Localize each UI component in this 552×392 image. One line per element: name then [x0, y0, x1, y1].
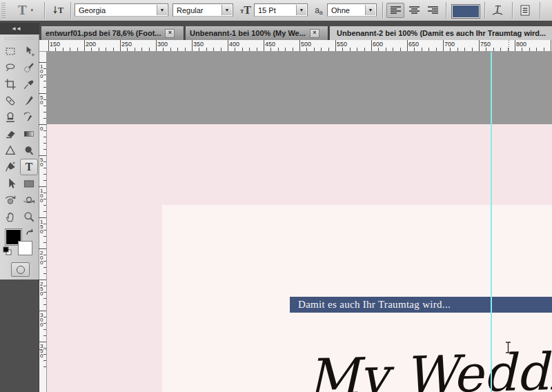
anti-alias-value: Ohne	[331, 6, 350, 14]
rectangle-shape-tool[interactable]	[20, 175, 38, 192]
eraser-tool[interactable]	[1, 126, 19, 142]
hand-tool[interactable]	[1, 208, 19, 225]
photoshop-window: T ▾ T Georgia ▼ Regular ▼ т T 15 Pt ▼	[0, 0, 552, 392]
font-style-select[interactable]: Regular ▼	[172, 3, 233, 17]
ruler-tick	[43, 255, 46, 255]
anti-alias-select[interactable]: Ohne ▼	[327, 3, 377, 17]
type-icon: T	[22, 160, 36, 174]
align-center-button[interactable]	[405, 3, 423, 18]
canvas-viewport[interactable]: Damit es auch Ihr Traumtag wird... My We…	[47, 52, 552, 392]
options-bar-grip[interactable]	[1, 3, 6, 18]
zoom-tool[interactable]	[20, 208, 38, 225]
document-tab-2[interactable]: Unbenannt-1 bei 100% (My We... ×	[186, 26, 328, 40]
close-tab-icon[interactable]: ×	[165, 29, 175, 38]
tools-panel: T	[0, 35, 39, 280]
svg-text:T: T	[26, 161, 33, 173]
history-brush-tool[interactable]	[20, 109, 38, 126]
quick-selection-icon	[22, 61, 36, 75]
close-tab-icon[interactable]: ×	[310, 29, 319, 38]
text-orientation-button[interactable]: T	[50, 2, 68, 19]
ruler-tick	[43, 143, 46, 144]
dropdown-arrow-icon[interactable]: ▼	[221, 5, 232, 15]
guide-line[interactable]	[491, 52, 492, 392]
lasso-tool[interactable]	[1, 59, 19, 76]
healing-brush-tool[interactable]	[1, 92, 19, 109]
ruler-label: 1 0 0	[40, 64, 43, 79]
separator	[382, 2, 383, 19]
ruler-label: 250	[121, 41, 132, 48]
document-tab-3-active[interactable]: Unbenannt-2 bei 100% (Damit es auch Ihr …	[330, 26, 552, 40]
current-tool-button[interactable]: T ▾	[10, 2, 41, 19]
ruler-tick	[43, 137, 46, 137]
ruler-tick	[43, 329, 46, 330]
dodge-tool[interactable]	[20, 142, 38, 159]
ruler-tick	[378, 48, 379, 51]
ruler-tick	[39, 93, 46, 94]
type-tool-icon: T	[18, 3, 27, 18]
warp-text-button[interactable]: T	[489, 2, 506, 19]
3d-rotate-tool[interactable]	[1, 192, 19, 208]
ruler-tick	[43, 366, 46, 367]
ruler-tick	[235, 48, 235, 51]
dropdown-arrow-icon[interactable]: ▼	[157, 5, 167, 15]
ruler-tick	[39, 311, 46, 311]
dropdown-arrow-icon[interactable]: ▼	[296, 5, 306, 15]
tab-label: entwurf01.psd bei 78,6% (Foot...	[46, 29, 161, 37]
type-tool[interactable]: T	[20, 159, 38, 175]
ruler-tick	[400, 48, 401, 51]
quick-mask-icon	[17, 266, 25, 274]
ruler-tick	[185, 48, 186, 51]
align-right-button[interactable]	[424, 3, 442, 18]
ruler-tick	[43, 242, 46, 243]
ruler-tick	[249, 48, 250, 51]
collapse-chevrons-icon: ◄◄	[11, 26, 21, 32]
ruler-tick	[156, 40, 157, 51]
horizontal-ruler[interactable]: 1502002503003504004505005506006507007508…	[39, 40, 552, 52]
ruler-tick	[257, 48, 257, 51]
ruler-label: 2 5 0	[40, 282, 43, 296]
quick-selection-tool[interactable]	[20, 59, 38, 76]
move-icon	[22, 44, 36, 58]
dropdown-arrow-icon[interactable]: ▼	[365, 5, 375, 15]
swap-colors-icon[interactable]	[25, 228, 34, 241]
vertical-ruler[interactable]: 1 0 05 005 01 0 01 5 02 0 02 5 03 0 03 5…	[39, 52, 47, 392]
ruler-tick	[199, 48, 199, 51]
font-size-select[interactable]: 15 Pt ▼	[254, 3, 308, 17]
clone-stamp-tool[interactable]	[1, 109, 19, 126]
document-canvas[interactable]: Damit es auch Ihr Traumtag wird... My We…	[47, 124, 552, 392]
quick-mask-button[interactable]	[11, 262, 30, 277]
document-tab-1[interactable]: entwurf01.psd bei 78,6% (Foot... ×	[41, 26, 184, 40]
brush-tool[interactable]	[20, 92, 38, 109]
ruler-tick	[536, 48, 537, 51]
ruler-tick	[70, 48, 70, 51]
ruler-tick	[213, 48, 214, 51]
ruler-tick	[436, 48, 437, 51]
crop-tool[interactable]	[1, 76, 19, 92]
text-color-swatch[interactable]	[451, 4, 480, 19]
rectangular-marquee-tool[interactable]	[1, 43, 19, 59]
path-selection-tool[interactable]	[1, 175, 19, 192]
eyedropper-tool[interactable]	[20, 76, 38, 92]
logo-script-text: My Weddingplan	[306, 338, 552, 392]
default-colors-icon[interactable]	[3, 246, 12, 255]
gradient-tool[interactable]	[20, 126, 38, 142]
align-left-button[interactable]	[386, 3, 404, 18]
background-color-swatch[interactable]	[18, 241, 32, 255]
ruler-tick	[529, 48, 530, 51]
3d-orbit-tool[interactable]	[20, 192, 38, 208]
font-family-select[interactable]: Georgia ▼	[75, 3, 168, 17]
ruler-tick	[99, 48, 99, 51]
ruler-tick	[43, 360, 46, 361]
panel-collapse-button[interactable]: ◄◄	[0, 23, 39, 35]
blur-tool[interactable]	[1, 142, 19, 159]
ruler-tick	[422, 48, 422, 51]
ruler-tick	[43, 168, 46, 168]
hand-icon	[3, 210, 17, 224]
panel-grip[interactable]	[4, 37, 34, 41]
toggle-palettes-button[interactable]	[516, 2, 534, 19]
ruler-tick	[393, 48, 393, 51]
font-size-value: 15 Pt	[258, 6, 276, 14]
move-tool[interactable]	[20, 43, 38, 59]
font-family-value: Georgia	[79, 6, 106, 14]
pen-tool[interactable]	[1, 159, 19, 175]
